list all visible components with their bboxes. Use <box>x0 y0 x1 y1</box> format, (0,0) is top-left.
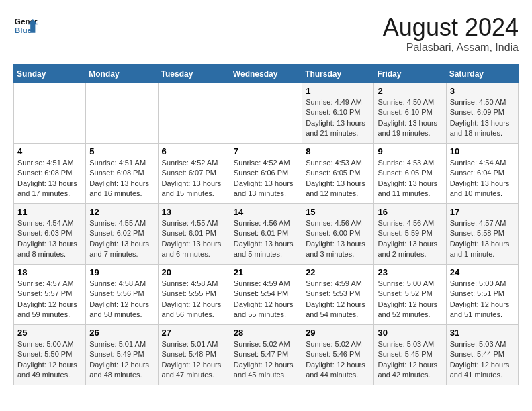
cell-content: Sunrise: 4:58 AMSunset: 5:55 PMDaylight:… <box>162 279 226 320</box>
cell-content: Sunrise: 5:03 AMSunset: 5:44 PMDaylight:… <box>450 339 515 381</box>
calendar-cell: 31Sunrise: 5:03 AMSunset: 5:44 PMDayligh… <box>446 325 518 385</box>
calendar-header-row: SundayMondayTuesdayWednesdayThursdayFrid… <box>14 65 519 83</box>
calendar-cell: 27Sunrise: 5:01 AMSunset: 5:48 PMDayligh… <box>158 325 230 385</box>
cell-content: Sunrise: 4:54 AMSunset: 6:04 PMDaylight:… <box>450 158 515 199</box>
day-number: 21 <box>234 267 298 277</box>
day-number: 31 <box>450 328 515 338</box>
page-header: General Blue August 2024 Palasbari, Assa… <box>13 13 519 54</box>
day-number: 26 <box>89 328 154 338</box>
calendar-cell: 18Sunrise: 4:57 AMSunset: 5:57 PMDayligh… <box>14 265 86 325</box>
calendar-cell: 16Sunrise: 4:56 AMSunset: 5:59 PMDayligh… <box>374 204 446 265</box>
calendar-cell: 21Sunrise: 4:59 AMSunset: 5:54 PMDayligh… <box>230 265 302 325</box>
cell-content: Sunrise: 5:02 AMSunset: 5:46 PMDaylight:… <box>306 339 370 381</box>
day-header-wednesday: Wednesday <box>230 65 302 83</box>
calendar-cell: 2Sunrise: 4:50 AMSunset: 6:10 PMDaylight… <box>374 83 446 144</box>
cell-content: Sunrise: 4:54 AMSunset: 6:03 PMDaylight:… <box>17 218 82 260</box>
day-number: 3 <box>450 86 515 96</box>
cell-content: Sunrise: 4:50 AMSunset: 6:10 PMDaylight:… <box>378 97 442 139</box>
day-number: 12 <box>89 207 154 217</box>
calendar-cell: 22Sunrise: 4:59 AMSunset: 5:53 PMDayligh… <box>302 265 374 325</box>
day-header-saturday: Saturday <box>446 65 518 83</box>
cell-content: Sunrise: 5:03 AMSunset: 5:45 PMDaylight:… <box>378 339 442 381</box>
day-number: 10 <box>450 146 515 156</box>
calendar-cell: 28Sunrise: 5:02 AMSunset: 5:47 PMDayligh… <box>230 325 302 385</box>
day-header-thursday: Thursday <box>302 65 374 83</box>
calendar-cell: 24Sunrise: 5:00 AMSunset: 5:51 PMDayligh… <box>446 265 518 325</box>
cell-content: Sunrise: 4:56 AMSunset: 5:59 PMDaylight:… <box>378 218 442 260</box>
calendar-cell <box>230 83 302 144</box>
cell-content: Sunrise: 5:00 AMSunset: 5:52 PMDaylight:… <box>378 279 442 320</box>
day-number: 13 <box>162 207 226 217</box>
day-number: 18 <box>17 267 82 277</box>
day-number: 25 <box>17 328 82 338</box>
calendar-cell: 1Sunrise: 4:49 AMSunset: 6:10 PMDaylight… <box>302 83 374 144</box>
calendar-week-row: 4Sunrise: 4:51 AMSunset: 6:08 PMDaylight… <box>14 144 519 204</box>
calendar-cell: 13Sunrise: 4:55 AMSunset: 6:01 PMDayligh… <box>158 204 230 265</box>
calendar-cell: 12Sunrise: 4:55 AMSunset: 6:02 PMDayligh… <box>86 204 158 265</box>
calendar-week-row: 11Sunrise: 4:54 AMSunset: 6:03 PMDayligh… <box>14 204 519 265</box>
month-title: August 2024 <box>383 13 519 42</box>
day-number: 30 <box>378 328 442 338</box>
day-number: 14 <box>234 207 298 217</box>
cell-content: Sunrise: 4:52 AMSunset: 6:07 PMDaylight:… <box>162 158 226 199</box>
day-number: 29 <box>306 328 370 338</box>
day-number: 23 <box>378 267 442 277</box>
cell-content: Sunrise: 5:00 AMSunset: 5:51 PMDaylight:… <box>450 279 515 320</box>
calendar-cell: 25Sunrise: 5:00 AMSunset: 5:50 PMDayligh… <box>14 325 86 385</box>
calendar-cell: 8Sunrise: 4:53 AMSunset: 6:05 PMDaylight… <box>302 144 374 204</box>
day-number: 22 <box>306 267 370 277</box>
cell-content: Sunrise: 5:02 AMSunset: 5:47 PMDaylight:… <box>234 339 298 381</box>
day-number: 9 <box>378 146 442 156</box>
calendar-week-row: 25Sunrise: 5:00 AMSunset: 5:50 PMDayligh… <box>14 325 519 385</box>
logo: General Blue <box>13 13 38 38</box>
cell-content: Sunrise: 4:55 AMSunset: 6:01 PMDaylight:… <box>162 218 226 260</box>
cell-content: Sunrise: 4:56 AMSunset: 6:01 PMDaylight:… <box>234 218 298 260</box>
cell-content: Sunrise: 4:58 AMSunset: 5:56 PMDaylight:… <box>89 279 154 320</box>
calendar-week-row: 18Sunrise: 4:57 AMSunset: 5:57 PMDayligh… <box>14 265 519 325</box>
calendar-cell: 17Sunrise: 4:57 AMSunset: 5:58 PMDayligh… <box>446 204 518 265</box>
calendar-cell: 11Sunrise: 4:54 AMSunset: 6:03 PMDayligh… <box>14 204 86 265</box>
calendar-table: SundayMondayTuesdayWednesdayThursdayFrid… <box>13 64 519 385</box>
day-header-sunday: Sunday <box>14 65 86 83</box>
logo-icon: General Blue <box>13 13 38 38</box>
day-number: 1 <box>306 86 370 96</box>
location-subtitle: Palasbari, Assam, India <box>383 42 519 54</box>
day-number: 17 <box>450 207 515 217</box>
day-number: 16 <box>378 207 442 217</box>
calendar-cell: 3Sunrise: 4:50 AMSunset: 6:09 PMDaylight… <box>446 83 518 144</box>
calendar-cell: 14Sunrise: 4:56 AMSunset: 6:01 PMDayligh… <box>230 204 302 265</box>
day-number: 20 <box>162 267 226 277</box>
day-number: 11 <box>17 207 82 217</box>
cell-content: Sunrise: 4:51 AMSunset: 6:08 PMDaylight:… <box>17 158 82 199</box>
cell-content: Sunrise: 4:59 AMSunset: 5:53 PMDaylight:… <box>306 279 370 320</box>
calendar-cell: 9Sunrise: 4:53 AMSunset: 6:05 PMDaylight… <box>374 144 446 204</box>
calendar-cell <box>14 83 86 144</box>
cell-content: Sunrise: 4:55 AMSunset: 6:02 PMDaylight:… <box>89 218 154 260</box>
calendar-cell: 26Sunrise: 5:01 AMSunset: 5:49 PMDayligh… <box>86 325 158 385</box>
cell-content: Sunrise: 4:59 AMSunset: 5:54 PMDaylight:… <box>234 279 298 320</box>
calendar-cell: 15Sunrise: 4:56 AMSunset: 6:00 PMDayligh… <box>302 204 374 265</box>
day-number: 8 <box>306 146 370 156</box>
day-number: 7 <box>234 146 298 156</box>
calendar-cell: 7Sunrise: 4:52 AMSunset: 6:06 PMDaylight… <box>230 144 302 204</box>
calendar-cell: 30Sunrise: 5:03 AMSunset: 5:45 PMDayligh… <box>374 325 446 385</box>
cell-content: Sunrise: 4:49 AMSunset: 6:10 PMDaylight:… <box>306 97 370 139</box>
cell-content: Sunrise: 4:53 AMSunset: 6:05 PMDaylight:… <box>306 158 370 199</box>
day-header-friday: Friday <box>374 65 446 83</box>
calendar-cell: 4Sunrise: 4:51 AMSunset: 6:08 PMDaylight… <box>14 144 86 204</box>
calendar-cell: 29Sunrise: 5:02 AMSunset: 5:46 PMDayligh… <box>302 325 374 385</box>
calendar-cell: 10Sunrise: 4:54 AMSunset: 6:04 PMDayligh… <box>446 144 518 204</box>
cell-content: Sunrise: 4:57 AMSunset: 5:57 PMDaylight:… <box>17 279 82 320</box>
day-number: 2 <box>378 86 442 96</box>
day-number: 15 <box>306 207 370 217</box>
calendar-cell: 20Sunrise: 4:58 AMSunset: 5:55 PMDayligh… <box>158 265 230 325</box>
cell-content: Sunrise: 4:53 AMSunset: 6:05 PMDaylight:… <box>378 158 442 199</box>
calendar-cell: 23Sunrise: 5:00 AMSunset: 5:52 PMDayligh… <box>374 265 446 325</box>
calendar-cell <box>86 83 158 144</box>
calendar-cell: 6Sunrise: 4:52 AMSunset: 6:07 PMDaylight… <box>158 144 230 204</box>
cell-content: Sunrise: 4:50 AMSunset: 6:09 PMDaylight:… <box>450 97 515 139</box>
calendar-cell <box>158 83 230 144</box>
calendar-cell: 5Sunrise: 4:51 AMSunset: 6:08 PMDaylight… <box>86 144 158 204</box>
cell-content: Sunrise: 4:51 AMSunset: 6:08 PMDaylight:… <box>89 158 154 199</box>
day-number: 4 <box>17 146 82 156</box>
